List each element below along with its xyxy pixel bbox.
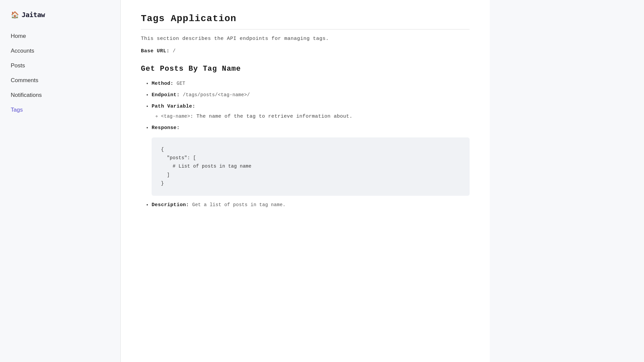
path-variable-detail: <tag-name>: The name of the tag to retri… (161, 113, 470, 121)
endpoint-item: Endpoint: /tags/posts/<tag-name>/ (152, 91, 470, 99)
sidebar-item-accounts[interactable]: Accounts (11, 44, 110, 58)
sidebar-item-posts[interactable]: Posts (11, 59, 110, 72)
logo: 🏠 Jaitaw (0, 11, 120, 29)
endpoint-list: Method: GET Endpoint: /tags/posts/<tag-n… (141, 80, 470, 196)
endpoint-label: Endpoint: (152, 92, 180, 98)
response-item: Response: { "posts": [ # List of posts i… (152, 124, 470, 196)
method-value: GET (176, 81, 185, 86)
path-variable-label: Path Variable: (152, 104, 195, 109)
sidebar-nav: Home Accounts Posts Comments Notificatio… (0, 29, 120, 117)
response-label: Response: (152, 125, 180, 131)
path-variable-code: <tag-name> (161, 114, 190, 119)
method-item: Method: GET (152, 80, 470, 88)
description-label: Description: (152, 202, 189, 208)
description-list: Description: Get a list of posts in tag … (141, 201, 470, 209)
path-variable-description: : The name of the tag to retrieve inform… (190, 114, 353, 119)
sidebar-item-home[interactable]: Home (11, 29, 110, 43)
logo-text: Jaitaw (22, 11, 45, 19)
sidebar-item-comments[interactable]: Comments (11, 74, 110, 87)
method-label: Method: (152, 81, 173, 86)
nested-path-list: <tag-name>: The name of the tag to retri… (152, 113, 470, 121)
section-title: Get Posts By Tag Name (141, 65, 470, 73)
intro-text: This section describes the API endpoints… (141, 35, 470, 43)
endpoint-value: /tags/posts/<tag-name>/ (183, 92, 250, 98)
page-title: Tags Application (141, 13, 470, 29)
home-icon: 🏠 (11, 11, 19, 19)
base-url-value: / (173, 48, 176, 54)
description-value: Get a list of posts in tag name. (192, 202, 285, 207)
main-content: Tags Application This section describes … (121, 0, 490, 362)
base-url-label: Base URL: (141, 48, 170, 54)
path-variable-item: Path Variable: <tag-name>: The name of t… (152, 103, 470, 121)
sidebar-item-tags[interactable]: Tags (11, 103, 110, 117)
code-block: { "posts": [ # List of posts in tag name… (152, 137, 470, 196)
base-url: Base URL: / (141, 48, 470, 54)
description-item: Description: Get a list of posts in tag … (152, 201, 470, 209)
sidebar: 🏠 Jaitaw Home Accounts Posts Comments No… (0, 0, 121, 362)
sidebar-item-notifications[interactable]: Notifications (11, 88, 110, 102)
